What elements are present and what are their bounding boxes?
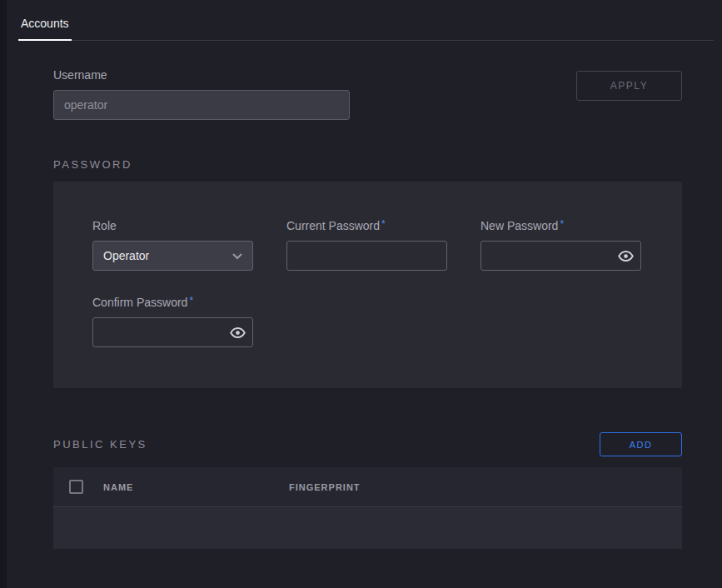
role-field: Role Operator	[92, 219, 253, 271]
public-keys-header-row: PUBLIC KEYS ADD	[53, 432, 682, 456]
current-password-field: Current Password*	[286, 219, 447, 271]
show-password-icon[interactable]	[618, 248, 634, 264]
username-label: Username	[53, 68, 350, 82]
tab-bar: Accounts	[18, 0, 714, 41]
role-label: Role	[92, 219, 253, 232]
confirm-password-label-text: Confirm Password	[92, 296, 187, 309]
required-marker: *	[189, 295, 193, 306]
required-marker: *	[381, 218, 386, 230]
new-password-field: New Password*	[481, 219, 641, 271]
public-keys-table: NAME FINGERPRINT	[53, 467, 682, 549]
username-field: Username	[53, 68, 350, 120]
role-select-value: Operator	[103, 249, 149, 262]
current-password-label-text: Current Password	[286, 219, 380, 232]
apply-button[interactable]: APPLY	[576, 71, 682, 101]
new-password-label: New Password*	[481, 219, 641, 232]
password-section-title: PASSWORD	[53, 158, 682, 171]
add-public-key-button[interactable]: ADD	[600, 432, 682, 456]
public-keys-section-title: PUBLIC KEYS	[53, 438, 147, 451]
table-header-row: NAME FINGERPRINT	[53, 467, 682, 507]
role-select[interactable]: Operator	[92, 241, 253, 271]
current-password-input[interactable]	[286, 241, 447, 271]
accounts-page: Username APPLY PASSWORD Role Operator Cu…	[53, 68, 682, 549]
password-panel: Role Operator Current Password*	[53, 182, 682, 388]
select-all-checkbox[interactable]	[69, 480, 83, 494]
confirm-password-label: Confirm Password*	[92, 296, 253, 309]
tab-accounts[interactable]: Accounts	[18, 17, 72, 41]
confirm-password-field: Confirm Password*	[92, 296, 253, 347]
table-empty-body	[53, 507, 682, 549]
column-header-name: NAME	[103, 482, 289, 492]
column-header-fingerprint: FINGERPRINT	[289, 482, 361, 492]
left-edge-strip	[0, 0, 7, 588]
username-input[interactable]	[53, 90, 350, 120]
required-marker: *	[560, 218, 564, 230]
current-password-label: Current Password*	[286, 219, 447, 232]
password-fields-grid: Role Operator Current Password*	[92, 219, 645, 347]
show-password-icon[interactable]	[230, 325, 246, 341]
chevron-down-icon	[232, 249, 242, 262]
username-row: Username APPLY	[53, 68, 682, 120]
new-password-label-text: New Password	[481, 219, 558, 232]
